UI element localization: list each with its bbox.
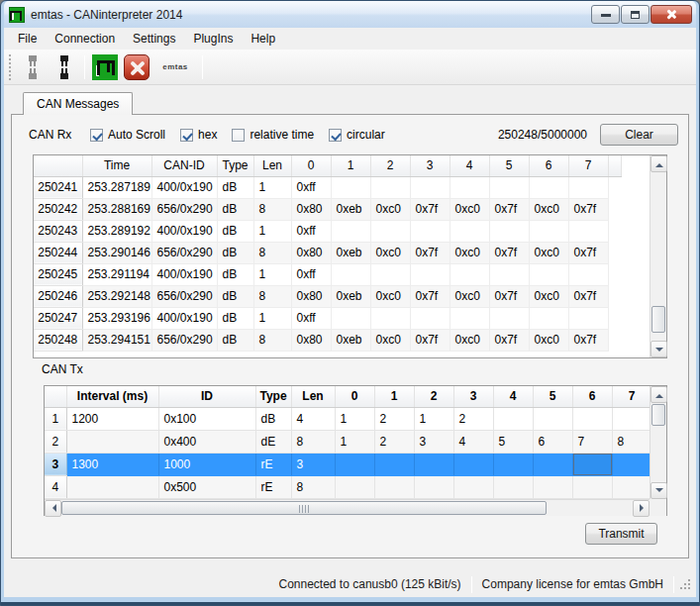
table-cell[interactable] (489, 307, 529, 329)
column-header-3[interactable]: 3 (453, 386, 493, 407)
table-cell[interactable]: 253.289192 (82, 220, 151, 242)
table-cell[interactable]: 1 (253, 263, 291, 285)
column-header-5[interactable]: 5 (489, 155, 529, 176)
column-header-6[interactable]: 6 (572, 386, 612, 407)
table-cell[interactable]: 0x7f (410, 285, 450, 307)
rx-vertical-scrollbar[interactable] (650, 155, 666, 357)
table-cell[interactable] (450, 176, 489, 198)
row-header[interactable]: 2 (45, 430, 66, 453)
table-cell[interactable] (529, 220, 568, 242)
scroll-left-button[interactable] (45, 500, 61, 517)
table-row[interactable]: 250246253.292148656/0x290dB80x800xeb0xc0… (34, 285, 622, 307)
table-cell[interactable]: 0x80 (291, 198, 331, 220)
table-cell[interactable] (493, 453, 533, 475)
table-cell[interactable]: 656/0x290 (151, 198, 217, 220)
table-cell[interactable]: dB (217, 263, 253, 285)
table-cell[interactable] (453, 475, 493, 498)
table-cell[interactable]: 0xeb (331, 198, 370, 220)
table-cell[interactable]: dB (217, 176, 253, 198)
table-cell[interactable]: 6 (533, 430, 572, 453)
menu-file[interactable]: File (9, 29, 46, 49)
row-header[interactable]: 3 (45, 453, 66, 475)
toolbar-drag-handle[interactable] (8, 54, 13, 80)
table-cell[interactable]: 0xff (291, 220, 331, 242)
table-cell[interactable]: 0xc0 (529, 285, 568, 307)
clear-button[interactable]: Clear (600, 124, 678, 146)
table-cell[interactable] (370, 176, 410, 198)
table-cell[interactable]: 8 (612, 430, 650, 453)
table-cell[interactable]: 1 (253, 220, 291, 242)
column-header-0[interactable]: 0 (291, 155, 331, 176)
scroll-down-button[interactable] (650, 341, 667, 357)
row-header[interactable]: 250241 (34, 176, 82, 198)
checkbox-circular[interactable]: circular (329, 128, 385, 142)
table-cell[interactable] (410, 220, 450, 242)
tx-scrollbar-thumb[interactable] (651, 404, 665, 426)
table-cell[interactable]: 0xc0 (529, 198, 568, 220)
table-cell[interactable]: 0x7f (410, 198, 450, 220)
table-cell[interactable] (450, 307, 489, 329)
table-cell[interactable] (370, 307, 410, 329)
column-header-time[interactable]: Time (82, 155, 151, 176)
table-cell[interactable]: 0x7f (410, 329, 450, 351)
tab-can-messages[interactable]: CAN Messages (23, 92, 133, 115)
table-cell[interactable]: 0xc0 (370, 242, 410, 263)
table-cell[interactable]: dB (217, 198, 253, 220)
table-cell[interactable]: 253.293196 (82, 307, 151, 329)
column-header-type[interactable]: Type (255, 386, 291, 407)
rx-scrollbar-thumb[interactable] (651, 306, 665, 333)
table-cell[interactable]: 400/0x190 (151, 307, 217, 329)
table-cell[interactable] (414, 475, 453, 498)
row-header[interactable]: 4 (45, 475, 66, 498)
table-cell[interactable]: 253.288169 (82, 198, 151, 220)
column-header-1[interactable]: 1 (374, 386, 414, 407)
table-cell[interactable]: 0x80 (291, 242, 331, 263)
table-cell[interactable]: 3 (291, 453, 335, 475)
table-cell[interactable] (410, 176, 450, 198)
table-cell[interactable]: 1 (335, 430, 374, 453)
table-cell[interactable]: 0x7f (410, 242, 450, 263)
scroll-up-button[interactable] (650, 155, 667, 172)
table-cell[interactable]: dE (255, 430, 291, 453)
table-cell[interactable] (66, 475, 158, 498)
column-header-1[interactable]: 1 (331, 155, 370, 176)
table-cell[interactable]: 0xc0 (370, 285, 410, 307)
disconnect-button[interactable] (50, 53, 79, 81)
table-cell[interactable]: dB (217, 307, 253, 329)
column-header-7[interactable]: 7 (568, 155, 608, 176)
tx-hscrollbar-thumb[interactable] (61, 501, 547, 515)
tx-horizontal-scrollbar[interactable] (45, 499, 650, 516)
table-cell[interactable]: 0x7f (568, 198, 608, 220)
table-cell[interactable] (450, 263, 489, 285)
table-cell[interactable]: 8 (253, 329, 291, 351)
column-header-2[interactable]: 2 (414, 386, 453, 407)
table-cell[interactable]: 1000 (158, 453, 255, 475)
table-cell[interactable]: 0xeb (331, 242, 370, 263)
maximize-button[interactable] (621, 5, 650, 24)
table-cell[interactable]: 253.294151 (82, 329, 151, 351)
table-cell[interactable] (374, 453, 414, 475)
table-cell[interactable]: 0xeb (331, 285, 370, 307)
table-row[interactable]: 250242253.288169656/0x290dB80x800xeb0xc0… (34, 198, 622, 220)
table-cell[interactable]: 0xc0 (450, 242, 489, 263)
table-cell[interactable] (612, 453, 650, 475)
row-header[interactable]: 250243 (34, 220, 82, 242)
row-header[interactable]: 250247 (34, 307, 82, 329)
row-header[interactable]: 1 (45, 407, 66, 430)
table-cell[interactable]: 0xc0 (450, 285, 489, 307)
column-header-can-id[interactable]: CAN-ID (151, 155, 217, 176)
table-cell[interactable] (335, 475, 374, 498)
table-cell[interactable]: 4 (453, 430, 493, 453)
column-header-4[interactable]: 4 (493, 386, 533, 407)
menu-plugins[interactable]: PlugIns (184, 29, 242, 49)
table-cell[interactable]: 0xff (291, 263, 331, 285)
table-cell[interactable]: dB (217, 285, 253, 307)
table-cell[interactable]: 8 (291, 475, 335, 498)
table-cell[interactable]: 400/0x190 (151, 220, 217, 242)
table-cell[interactable]: dB (217, 242, 253, 263)
table-cell[interactable]: 253.291194 (82, 263, 151, 285)
table-cell[interactable]: dB (217, 220, 253, 242)
table-row[interactable]: 313001000rE3 (45, 453, 650, 475)
menu-connection[interactable]: Connection (46, 29, 124, 49)
table-cell[interactable]: 253.287189 (82, 176, 151, 198)
